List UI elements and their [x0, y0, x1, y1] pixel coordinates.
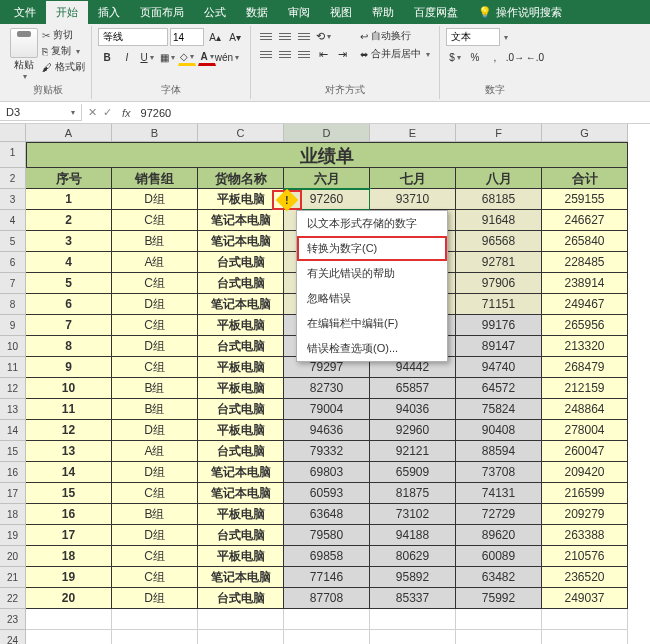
- data-cell[interactable]: D组: [112, 588, 198, 609]
- cancel-fx-button[interactable]: ✕: [88, 106, 97, 119]
- col-header-B[interactable]: B: [112, 124, 198, 142]
- data-cell[interactable]: 17: [26, 525, 112, 546]
- ctx-edit-bar[interactable]: 在编辑栏中编辑(F): [297, 311, 447, 336]
- data-cell[interactable]: 79580: [284, 525, 370, 546]
- comma-button[interactable]: ,: [486, 48, 504, 66]
- align-top-button[interactable]: [257, 28, 275, 44]
- data-cell[interactable]: 268479: [542, 357, 628, 378]
- data-cell[interactable]: 6: [26, 294, 112, 315]
- data-cell[interactable]: 18: [26, 546, 112, 567]
- fx-icon[interactable]: fx: [118, 107, 135, 119]
- ctx-ignore[interactable]: 忽略错误: [297, 286, 447, 311]
- data-cell[interactable]: 8: [26, 336, 112, 357]
- data-cell[interactable]: 平板电脑: [198, 546, 284, 567]
- wrap-text-button[interactable]: ↩自动换行: [357, 28, 433, 44]
- data-cell[interactable]: 213320: [542, 336, 628, 357]
- data-cell[interactable]: 209279: [542, 504, 628, 525]
- copy-button[interactable]: ⎘复制▾: [42, 44, 85, 58]
- data-cell[interactable]: 238914: [542, 273, 628, 294]
- data-cell[interactable]: C组: [112, 210, 198, 231]
- data-cell[interactable]: C组: [112, 483, 198, 504]
- font-name-select[interactable]: [98, 28, 168, 46]
- header-cell[interactable]: 六月: [284, 168, 370, 189]
- data-cell[interactable]: 265840: [542, 231, 628, 252]
- data-cell[interactable]: C组: [112, 546, 198, 567]
- col-header-A[interactable]: A: [26, 124, 112, 142]
- row-header-1[interactable]: 1: [0, 142, 26, 168]
- tab-file[interactable]: 文件: [4, 1, 46, 24]
- decrease-font-button[interactable]: A▾: [226, 28, 244, 46]
- data-cell[interactable]: 平板电脑: [198, 357, 284, 378]
- ctx-help[interactable]: 有关此错误的帮助: [297, 261, 447, 286]
- header-cell[interactable]: 八月: [456, 168, 542, 189]
- data-cell[interactable]: 89620: [456, 525, 542, 546]
- dec-decimal-button[interactable]: ←.0: [526, 48, 544, 66]
- row-header-24[interactable]: 24: [0, 630, 26, 644]
- empty-cell[interactable]: [542, 630, 628, 644]
- row-header-12[interactable]: 12: [0, 378, 26, 399]
- tab-view[interactable]: 视图: [320, 1, 362, 24]
- number-format-select[interactable]: [446, 28, 500, 46]
- row-header-18[interactable]: 18: [0, 504, 26, 525]
- data-cell[interactable]: 87708: [284, 588, 370, 609]
- empty-cell[interactable]: [198, 609, 284, 630]
- col-header-C[interactable]: C: [198, 124, 284, 142]
- data-cell[interactable]: 69858: [284, 546, 370, 567]
- header-cell[interactable]: 序号: [26, 168, 112, 189]
- data-cell[interactable]: 平板电脑: [198, 504, 284, 525]
- data-cell[interactable]: 台式电脑: [198, 441, 284, 462]
- empty-cell[interactable]: [370, 609, 456, 630]
- data-cell[interactable]: A组: [112, 252, 198, 273]
- data-cell[interactable]: 85337: [370, 588, 456, 609]
- data-cell[interactable]: 82730: [284, 378, 370, 399]
- data-cell[interactable]: 台式电脑: [198, 252, 284, 273]
- increase-font-button[interactable]: A▴: [206, 28, 224, 46]
- data-cell[interactable]: 5: [26, 273, 112, 294]
- italic-button[interactable]: I: [118, 48, 136, 66]
- data-cell[interactable]: 248864: [542, 399, 628, 420]
- ctx-options[interactable]: 错误检查选项(O)...: [297, 336, 447, 361]
- row-header-19[interactable]: 19: [0, 525, 26, 546]
- col-header-E[interactable]: E: [370, 124, 456, 142]
- data-cell[interactable]: 249037: [542, 588, 628, 609]
- indent-inc-button[interactable]: ⇥: [333, 46, 351, 62]
- row-header-2[interactable]: 2: [0, 168, 26, 189]
- data-cell[interactable]: 95892: [370, 567, 456, 588]
- data-cell[interactable]: 1: [26, 189, 112, 210]
- data-cell[interactable]: 69803: [284, 462, 370, 483]
- data-cell[interactable]: 11: [26, 399, 112, 420]
- data-cell[interactable]: 笔记本电脑: [198, 483, 284, 504]
- data-cell[interactable]: 台式电脑: [198, 588, 284, 609]
- underline-button[interactable]: U▾: [138, 48, 156, 66]
- data-cell[interactable]: 278004: [542, 420, 628, 441]
- phonetic-button[interactable]: wén▾: [218, 48, 236, 66]
- data-cell[interactable]: 台式电脑: [198, 525, 284, 546]
- data-cell[interactable]: 265956: [542, 315, 628, 336]
- name-box[interactable]: D3▾: [0, 104, 82, 121]
- data-cell[interactable]: 246627: [542, 210, 628, 231]
- indent-dec-button[interactable]: ⇤: [314, 46, 332, 62]
- data-cell[interactable]: D组: [112, 525, 198, 546]
- ctx-convert-number[interactable]: 转换为数字(C): [297, 236, 447, 261]
- data-cell[interactable]: 216599: [542, 483, 628, 504]
- row-header-17[interactable]: 17: [0, 483, 26, 504]
- data-cell[interactable]: D组: [112, 462, 198, 483]
- accept-fx-button[interactable]: ✓: [103, 106, 112, 119]
- data-cell[interactable]: 笔记本电脑: [198, 210, 284, 231]
- data-cell[interactable]: 249467: [542, 294, 628, 315]
- tab-review[interactable]: 审阅: [278, 1, 320, 24]
- data-cell[interactable]: 212159: [542, 378, 628, 399]
- data-cell[interactable]: 99176: [456, 315, 542, 336]
- data-cell[interactable]: 90408: [456, 420, 542, 441]
- align-left-button[interactable]: [257, 46, 275, 62]
- data-cell[interactable]: 81875: [370, 483, 456, 504]
- empty-cell[interactable]: [198, 630, 284, 644]
- data-cell[interactable]: 260047: [542, 441, 628, 462]
- data-cell[interactable]: 74131: [456, 483, 542, 504]
- row-header-15[interactable]: 15: [0, 441, 26, 462]
- data-cell[interactable]: D组: [112, 336, 198, 357]
- data-cell[interactable]: 94188: [370, 525, 456, 546]
- align-center-button[interactable]: [276, 46, 294, 62]
- data-cell[interactable]: 96568: [456, 231, 542, 252]
- data-cell[interactable]: 68185: [456, 189, 542, 210]
